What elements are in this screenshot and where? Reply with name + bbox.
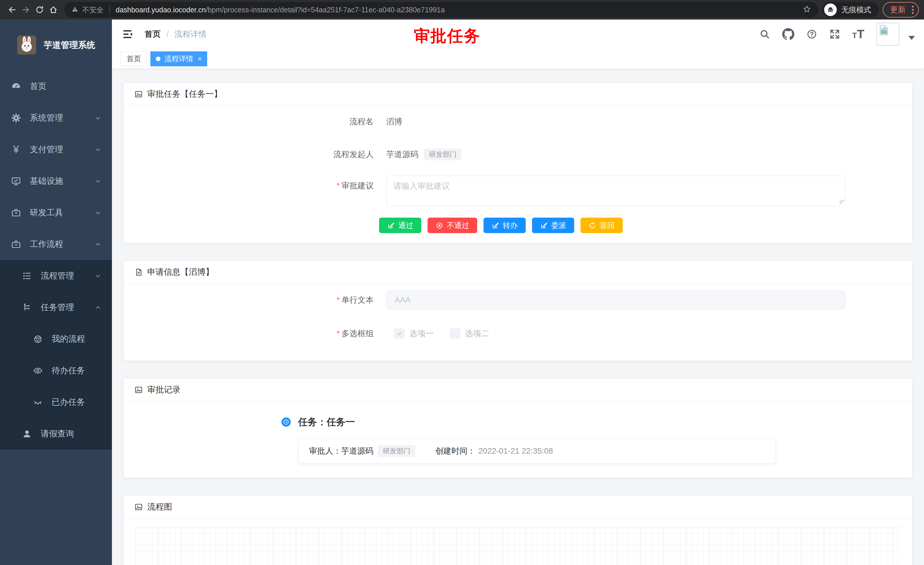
red-annotation-text: 审批任务 [414, 25, 480, 47]
picture-icon [134, 90, 143, 99]
chevron-down-icon [94, 146, 102, 153]
github-icon[interactable] [782, 28, 794, 40]
delegate-button[interactable]: 委派 [532, 218, 574, 233]
home-icon[interactable] [46, 3, 60, 17]
toolbox-icon [11, 239, 21, 249]
sidebar-item-workflow[interactable]: 工作流程 [0, 228, 112, 260]
monitor-check-icon [11, 176, 21, 186]
fullscreen-icon[interactable] [829, 29, 840, 40]
bpmn-grid-canvas[interactable] [135, 528, 901, 565]
font-size-icon[interactable]: TT [852, 27, 864, 41]
single-line-input [386, 290, 845, 310]
tab-process-detail[interactable]: 流程详情 × [150, 51, 207, 66]
update-button[interactable]: 更新 [883, 2, 919, 18]
checkbox-group-label: *多选框组 [124, 328, 381, 339]
sidebar-item-done-tasks[interactable]: 已办任务 [0, 386, 112, 418]
return-button[interactable]: 退回 [580, 218, 623, 233]
page-content: 审批任务【任务一】 流程名 滔博 流程发起人 芋道源码 研发部门 [112, 69, 924, 565]
breadcrumb-current: 流程详情 [174, 29, 207, 40]
hamburger-icon[interactable] [121, 28, 134, 41]
task-title: 任务：任务一 [298, 416, 355, 429]
sidebar-item-label: 首页 [30, 81, 46, 92]
org-tree-icon [22, 302, 32, 313]
sidebar-item-my-process[interactable]: 我的流程 [0, 323, 112, 355]
sidebar-item-todo-tasks[interactable]: 待办任务 [0, 355, 112, 386]
sidebar-item-leave-query[interactable]: 请假查询 [0, 418, 112, 449]
record-detail-card: 审批人： 芋道源码 研发部门 创建时间： 2022-01-21 22:35:08 [298, 439, 776, 463]
request-card-header: 申请信息【滔博】 [124, 261, 912, 284]
approval-records-card: 审批记录 任务：任务一 审批人： 芋道源码 研发部门 创建时间： [123, 378, 912, 478]
approve-button[interactable]: 通过 [379, 218, 421, 233]
help-icon[interactable] [806, 29, 817, 40]
robot-face-icon [33, 334, 43, 344]
sidebar-item-infra[interactable]: 基础设施 [0, 165, 112, 197]
transfer-button[interactable]: 转办 [483, 218, 526, 233]
card-title: 审批记录 [147, 384, 180, 396]
card-title: 审批任务【任务一】 [147, 89, 222, 100]
avatar-caret-icon[interactable] [909, 36, 915, 40]
bookmark-star-icon[interactable] [802, 5, 812, 15]
reload-icon[interactable] [33, 3, 46, 17]
sidebar-item-devtools[interactable]: 研发工具 [0, 197, 112, 228]
checkbox-option-1: 选项一 [394, 328, 434, 339]
breadcrumb: 首页 / 流程详情 [145, 29, 207, 40]
forward-icon[interactable] [19, 3, 33, 17]
process-starter-value: 芋道源码 研发部门 [386, 149, 461, 160]
tab-active-dot [156, 57, 160, 61]
sidebar-item-system[interactable]: 系统管理 [0, 102, 112, 134]
url-bar[interactable]: 不安全 dashboard.yudao.iocoder.cn /bpm/proc… [64, 2, 818, 18]
comment-label: *审批建议 [124, 176, 381, 191]
sidebar-item-label: 工作流程 [30, 239, 63, 250]
list-tree-icon [22, 271, 32, 281]
tab-close-icon[interactable]: × [198, 56, 202, 62]
diagram-card-header: 流程图 [124, 496, 912, 518]
search-icon[interactable] [759, 29, 770, 40]
text-field-label: *单行文本 [124, 295, 381, 305]
app-title: 芋道管理系统 [44, 39, 95, 51]
create-time-label: 创建时间： [435, 446, 476, 457]
process-name-value: 滔博 [386, 116, 402, 127]
picture-icon [134, 385, 143, 394]
approver-name: 芋道源码 [341, 446, 374, 457]
security-warning-icon [71, 6, 79, 14]
eye-open-icon [33, 365, 43, 376]
sidebar-item-process-mgmt[interactable]: 流程管理 [0, 260, 112, 292]
avatar[interactable] [876, 23, 899, 46]
sidebar-logo[interactable]: 芋道管理系统 [0, 20, 112, 71]
sidebar-item-payment[interactable]: ¥ 支付管理 [0, 134, 112, 165]
sidebar-item-label: 任务管理 [41, 302, 74, 313]
checkbox-checked-icon [394, 329, 404, 338]
sidebar-item-label: 已办任务 [52, 397, 85, 408]
url-path: /bpm/process-instance/detail?id=54aa251f… [206, 6, 445, 14]
checkbox-unchecked-icon [450, 329, 460, 338]
tab-home[interactable]: 首页 [120, 51, 147, 66]
sidebar-item-home[interactable]: 首页 [0, 71, 112, 102]
breadcrumb-separator: / [166, 30, 169, 39]
reject-button[interactable]: 不通过 [428, 218, 477, 233]
process-diagram-card: 流程图 [123, 495, 912, 565]
card-title: 流程图 [147, 501, 172, 513]
required-mark: * [337, 329, 340, 338]
dashboard-icon [11, 81, 21, 92]
timeline-item: 任务：任务一 [282, 416, 912, 428]
comment-textarea[interactable] [386, 176, 845, 206]
sidebar-item-label: 系统管理 [30, 112, 63, 124]
gear-icon [11, 113, 21, 123]
breadcrumb-home[interactable]: 首页 [145, 29, 161, 40]
url-divider [110, 6, 110, 14]
card-title: 申请信息【滔博】 [147, 266, 214, 278]
url-host: dashboard.yudao.iocoder.cn [116, 6, 206, 14]
yen-icon: ¥ [11, 144, 21, 155]
browser-menu-icon[interactable] [911, 5, 915, 15]
back-icon[interactable] [5, 3, 19, 17]
navbar: 首页 / 流程详情 审批任务 TT [112, 20, 924, 49]
incognito-badge: 无痕模式 [822, 2, 879, 18]
process-name-label: 流程名 [124, 116, 381, 127]
document-icon [134, 267, 143, 277]
chevron-down-icon [94, 177, 102, 185]
sidebar: 芋道管理系统 首页 系统管理 ¥ 支付管理 [0, 20, 112, 565]
required-mark: * [337, 181, 340, 190]
sidebar-item-task-mgmt[interactable]: 任务管理 [0, 292, 112, 323]
chevron-down-icon [94, 209, 102, 216]
sidebar-item-label: 支付管理 [30, 144, 63, 155]
